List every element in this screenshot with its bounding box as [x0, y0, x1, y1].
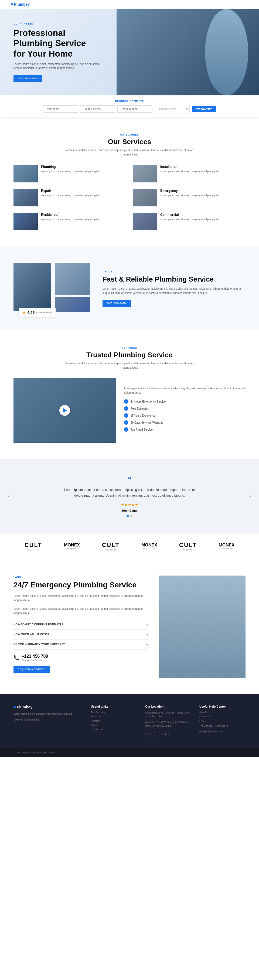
footer-about-col: Plumbey Lorem ipsum dolor sit amet, cons… — [13, 705, 83, 737]
service-image-emergency — [133, 189, 157, 207]
logo-monex-2-sub: industries — [141, 547, 157, 550]
about-cta-button[interactable]: OUR COMPANY — [102, 300, 131, 307]
about-tag: ABOUT — [102, 270, 246, 273]
estimate-label: REQUEST ESTIMATE — [11, 100, 248, 102]
estimate-phone-input[interactable] — [117, 105, 152, 113]
services-tag: CATEGORIES — [13, 134, 246, 136]
faq-item-0[interactable]: HOW TO GET A CURRENT ESTIMATE? + — [13, 620, 149, 630]
feature-label-1: Free Estimates — [131, 407, 149, 410]
testimonial-next-arrow[interactable]: › — [249, 493, 251, 499]
service-text-plumbing: Lorem ipsum dolor sit amet, consectetur … — [41, 170, 100, 173]
logo-monex-1-text: MONEX — [64, 542, 80, 547]
footer-contact-email: hello@r.helpdesk.com — [199, 730, 246, 733]
facebook-icon[interactable]: f — [145, 731, 152, 737]
footer-link-pricing[interactable]: Pricing — [91, 724, 137, 727]
features-video-thumb[interactable] — [13, 378, 116, 443]
navbar: Plumbey — [0, 0, 259, 9]
footer-help-link-about[interactable]: About Us — [199, 711, 246, 714]
footer-links-col: Useful Links Our Services About Us Portf… — [91, 705, 137, 737]
feature-check-icon-0: ✓ — [124, 399, 128, 404]
feature-label-2: 15 Years Experience — [131, 414, 155, 417]
hero-content: GUARANTEED Professional Plumbing Service… — [0, 9, 114, 95]
feature-item-3: ✓ 60 Days Services Warranty — [124, 420, 246, 425]
logo-monex-3: MONEX industries — [219, 542, 235, 550]
features-list: Lorem ipsum dolor sit amet, consectetur … — [124, 387, 246, 434]
service-name-commercial: Commercial — [160, 213, 219, 216]
testimonial-dots — [22, 515, 237, 517]
hero-person-silhouette — [200, 9, 254, 95]
linkedin-icon[interactable]: in — [162, 731, 169, 737]
features-section: FEATURES Trusted Plumbing Service Lorem … — [0, 330, 259, 459]
logo-monex-1-sub: industries — [64, 547, 80, 550]
about-image-3 — [55, 297, 90, 312]
feature-item-1: ✓ Free Estimates — [124, 406, 246, 410]
footer-tagline: Lorem ipsum dolor sit amet, consectetur … — [13, 712, 83, 716]
logo-monex-3-text: MONEX — [219, 542, 235, 547]
about-text: Lorem ipsum dolor sit amet, consectetur … — [102, 287, 246, 295]
footer-link-about[interactable]: About Us — [91, 715, 137, 718]
phone-number: +123 456 789 — [22, 654, 48, 659]
service-info-plumbing: Plumbing Lorem ipsum dolor sit amet, con… — [41, 165, 100, 173]
star-icon: ★ — [22, 310, 26, 315]
emergency-phone: 📞 +123 456 789 Emergency Service — [13, 654, 149, 662]
services-grid: Plumbing Lorem ipsum dolor sit amet, con… — [13, 165, 246, 231]
footer-link-portfolio[interactable]: Portfolio — [91, 719, 137, 722]
testimonial-text: Lorem ipsum dolor sit amet, consectetur … — [62, 487, 197, 498]
features-inner: Lorem ipsum dolor sit amet, consectetur … — [13, 378, 246, 443]
emergency-title: 24/7 Emergency Plumbing Service — [13, 581, 149, 590]
estimate-name-input[interactable] — [43, 105, 78, 113]
logo-monex-1: MONEX industries — [64, 542, 80, 550]
logos-section: CULT industries MONEX industries CULT in… — [0, 533, 259, 559]
estimate-email-input[interactable] — [80, 105, 115, 113]
phone-icon: 📞 — [13, 655, 19, 661]
features-body-text: Lorem ipsum dolor sit amet, consectetur … — [124, 387, 246, 395]
twitter-icon[interactable]: t — [154, 731, 160, 737]
about-title: Fast & Reliable Plumbing Service — [102, 275, 246, 283]
services-title: Our Services — [13, 138, 246, 146]
estimate-submit-button[interactable]: GET STARTED — [192, 106, 216, 112]
quote-icon: ❝ — [22, 475, 237, 484]
testimonial-prev-arrow[interactable]: ‹ — [8, 493, 10, 499]
feature-check-icon-2: ✓ — [124, 413, 128, 418]
about-section: ★ 4.95 Client Reviews ABOUT Fast & Relia… — [0, 247, 259, 330]
footer-contact-phone: +55 456 781 / +997 854 321 — [199, 724, 246, 728]
footer-location-title: Our Location — [145, 705, 191, 708]
footer-social: f t in — [145, 731, 191, 737]
about-content: ABOUT Fast & Reliable Plumbing Service L… — [102, 270, 246, 307]
footer-help-link-faq[interactable]: FAQ — [199, 719, 246, 722]
service-info-emergency: Emergency Lorem ipsum dolor sit amet, co… — [160, 189, 219, 197]
service-text-repair: Lorem ipsum dolor sit amet, consectetur … — [41, 194, 100, 197]
footer-address-1: Pavilion Road 75, Office 86, Pacific, Ne… — [145, 711, 191, 719]
emergency-request-button[interactable]: REQUEST A SERVICE — [13, 666, 50, 673]
service-image-commercial — [133, 213, 157, 231]
play-button[interactable] — [59, 405, 70, 416]
testimonial-dot-1[interactable] — [130, 515, 133, 517]
footer-help-col: Useful Help Center About Us Contact Us F… — [199, 705, 246, 737]
logo-cult-3-sub: industries — [179, 549, 197, 551]
footer-link-services[interactable]: Our Services — [91, 711, 137, 714]
service-item-installation: Installation Lorem ipsum dolor sit amet,… — [133, 165, 246, 183]
feature-label-4: Top Rated Service — [131, 428, 153, 431]
footer-link-contact[interactable]: Contact Us — [91, 728, 137, 731]
hero-cta-button[interactable]: OUR SERVICES — [13, 75, 42, 82]
features-title: Trusted Plumbing Service — [13, 351, 246, 359]
hero-description: Lorem ipsum dolor sit amet, consectetur … — [13, 62, 100, 70]
logo-cult-3-text: CULT — [179, 542, 197, 549]
service-name-repair: Repair — [41, 189, 100, 192]
nav-logo[interactable]: Plumbey — [11, 2, 30, 6]
services-section: CATEGORIES Our Services Lorem ipsum dolo… — [0, 117, 259, 247]
footer-address-2: Westlakes Road 75, Kingsway, National Pa… — [145, 720, 191, 728]
service-item-commercial: Commercial Lorem ipsum dolor sit amet, c… — [133, 213, 246, 231]
faq-item-2[interactable]: DO YOU WARRANTY YOUR SERVICES? + — [13, 640, 149, 650]
service-name-installation: Installation — [160, 165, 219, 169]
service-text-residential: Lorem ipsum dolor sit amet, consectetur … — [41, 218, 100, 221]
estimate-service-select[interactable]: Select Service — [155, 105, 190, 113]
features-tag: FEATURES — [13, 347, 246, 349]
footer-help-link-contact[interactable]: Contact Us — [199, 715, 246, 718]
service-info-commercial: Commercial Lorem ipsum dolor sit amet, c… — [160, 213, 219, 221]
faq-item-1[interactable]: HOW MUCH WILL IT COST? + — [13, 630, 149, 640]
services-description: Lorem ipsum dolor sit amet, consectetur … — [62, 148, 197, 157]
testimonial-dot-0[interactable] — [126, 515, 129, 517]
emergency-tag: FAQS — [13, 576, 149, 578]
hero-photo — [117, 9, 259, 95]
